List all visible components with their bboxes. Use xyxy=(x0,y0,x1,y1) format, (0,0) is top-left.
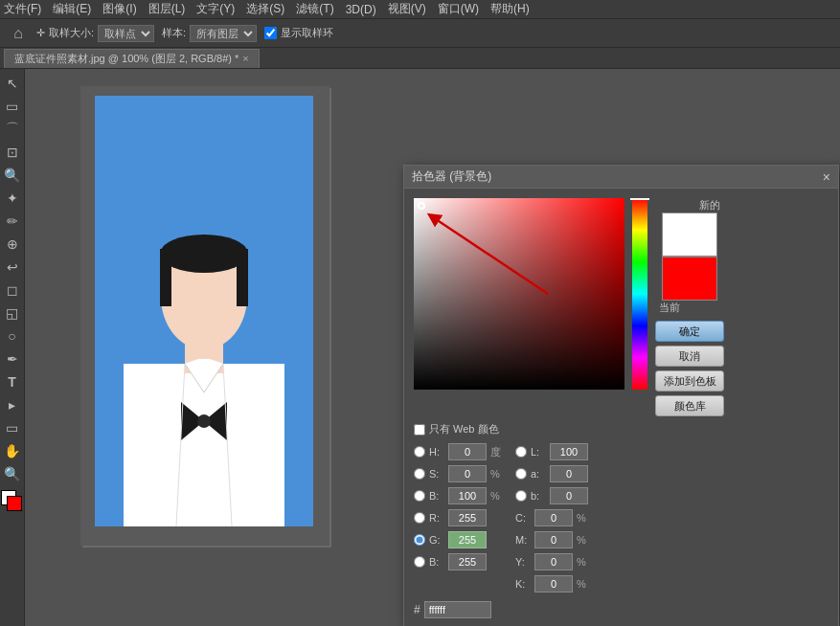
color-library-button[interactable]: 颜色库 xyxy=(655,395,724,416)
menu-image[interactable]: 图像(I) xyxy=(102,1,136,17)
sample-size-select[interactable]: 取样点 xyxy=(98,25,154,42)
b-input[interactable] xyxy=(448,487,487,504)
a-radio[interactable] xyxy=(515,468,527,480)
b2-input[interactable] xyxy=(448,553,487,570)
M-label: M: xyxy=(515,534,531,546)
b-radio[interactable] xyxy=(414,490,425,502)
show-ring-label: 显示取样环 xyxy=(281,26,333,40)
L-row: L: xyxy=(515,442,592,461)
gradient-tool[interactable]: ◱ xyxy=(2,302,23,324)
K-unit: % xyxy=(577,578,592,590)
dialog-titlebar: 拾色器 (背景色) × xyxy=(404,166,838,189)
dodge-tool[interactable]: ○ xyxy=(2,325,23,347)
menu-file[interactable]: 文件(F) xyxy=(4,1,41,17)
menu-layer[interactable]: 图层(L) xyxy=(148,1,186,17)
hue-row: H: 度 xyxy=(414,442,506,461)
show-ring-checkbox[interactable] xyxy=(264,27,277,39)
color-gradient-field[interactable] xyxy=(414,198,624,390)
history-brush-tool[interactable]: ↩ xyxy=(2,257,23,278)
toolbar-home-icon[interactable]: ⌂ xyxy=(8,23,29,44)
pen-tool[interactable]: ✒ xyxy=(2,348,23,369)
blue-row: B: xyxy=(414,552,506,571)
eraser-tool[interactable]: ◻ xyxy=(2,279,23,301)
add-to-swatches-button[interactable]: 添加到色板 xyxy=(655,370,724,391)
C-row: C: % xyxy=(515,508,592,527)
web-colors-checkbox[interactable] xyxy=(414,424,425,436)
r-label: R: xyxy=(429,512,444,524)
lab-b-input[interactable] xyxy=(550,487,588,504)
main-area: ↖ ▭ ⌒ ⊡ 🔍 ✦ ✏ ⊕ ↩ ◻ ◱ ○ ✒ T ▸ ▭ ✋ 🔍 xyxy=(0,69,840,626)
menu-window[interactable]: 窗口(W) xyxy=(438,1,479,17)
L-radio[interactable] xyxy=(515,446,527,458)
b2-radio[interactable] xyxy=(414,556,425,568)
g-input[interactable] xyxy=(448,531,487,548)
menu-edit[interactable]: 编辑(E) xyxy=(53,1,91,17)
menu-3d[interactable]: 3D(D) xyxy=(346,3,376,16)
path-select-tool[interactable]: ▸ xyxy=(2,394,23,415)
menu-filter[interactable]: 滤镜(T) xyxy=(296,1,333,17)
hue-radio[interactable] xyxy=(414,446,425,458)
brush-tool[interactable]: ✏ xyxy=(2,211,23,232)
zoom-tool[interactable]: 🔍 xyxy=(2,463,23,484)
canvas-bg xyxy=(80,86,329,546)
r-radio[interactable] xyxy=(414,512,425,524)
dialog-content: 新的 当前 确定 取消 添加到色板 颜色库 xyxy=(404,189,838,626)
sample-size-label: 取样大小: xyxy=(49,26,94,40)
lab-b-row: b: xyxy=(515,486,592,505)
s-radio[interactable] xyxy=(414,468,425,480)
toolbar-sample: 样本: 所有图层 xyxy=(162,25,257,42)
hsb-column: H: 度 S: % B: xyxy=(414,442,506,593)
menu-view[interactable]: 视图(V) xyxy=(388,1,426,17)
b-unit: % xyxy=(490,490,506,502)
tab-close-button[interactable]: × xyxy=(242,53,248,64)
svg-point-12 xyxy=(197,414,211,428)
L-input[interactable] xyxy=(550,443,588,460)
menu-select[interactable]: 选择(S) xyxy=(246,1,284,17)
menu-help[interactable]: 帮助(H) xyxy=(490,1,530,17)
color-values-section: H: 度 S: % B: xyxy=(404,442,838,601)
crop-tool[interactable]: ⊡ xyxy=(2,142,23,163)
shape-tool[interactable]: ▭ xyxy=(2,417,23,438)
s-input[interactable] xyxy=(448,465,487,482)
brightness-row: B: % xyxy=(414,486,506,505)
Y-input[interactable] xyxy=(534,553,573,570)
lab-b-radio[interactable] xyxy=(515,490,527,502)
g-radio[interactable] xyxy=(414,534,425,546)
hue-slider[interactable] xyxy=(632,198,647,390)
text-tool[interactable]: T xyxy=(2,371,23,392)
K-label: K: xyxy=(515,578,531,590)
preview-section: 新的 当前 xyxy=(655,198,724,315)
clone-tool[interactable]: ⊕ xyxy=(2,234,23,255)
red-row: R: xyxy=(414,508,506,527)
dialog-close-button[interactable]: × xyxy=(823,169,830,185)
confirm-button[interactable]: 确定 xyxy=(655,321,724,342)
eyedropper-tool[interactable]: 🔍 xyxy=(2,165,23,186)
document-tab[interactable]: 蓝底证件照素材.jpg @ 100% (图层 2, RGB/8#) * × xyxy=(4,49,260,68)
r-input[interactable] xyxy=(448,509,487,526)
cancel-button[interactable]: 取消 xyxy=(655,346,724,367)
C-input[interactable] xyxy=(534,509,573,526)
dialog-right: 新的 当前 确定 取消 添加到色板 颜色库 xyxy=(655,198,724,416)
sample-select[interactable]: 所有图层 xyxy=(190,25,257,42)
K-row: K: % xyxy=(515,574,592,593)
h-input[interactable] xyxy=(448,443,487,460)
background-color[interactable] xyxy=(7,496,22,511)
color-swatches[interactable] xyxy=(1,490,24,517)
menubar: 文件(F) 编辑(E) 图像(I) 图层(L) 文字(Y) 选择(S) 滤镜(T… xyxy=(0,0,840,19)
hex-row: # xyxy=(404,601,838,626)
tab-name: 蓝底证件照素材.jpg @ 100% (图层 2, RGB/8#) * xyxy=(14,52,238,66)
svg-rect-6 xyxy=(237,249,248,306)
lasso-tool[interactable]: ⌒ xyxy=(2,119,23,140)
M-row: M: % xyxy=(515,530,592,549)
toolbox: ↖ ▭ ⌒ ⊡ 🔍 ✦ ✏ ⊕ ↩ ◻ ◱ ○ ✒ T ▸ ▭ ✋ 🔍 xyxy=(0,69,25,626)
a-input[interactable] xyxy=(550,465,588,482)
hand-tool[interactable]: ✋ xyxy=(2,440,23,461)
hex-input[interactable] xyxy=(424,601,491,618)
selection-tool[interactable]: ▭ xyxy=(2,96,23,117)
s-unit: % xyxy=(490,468,506,480)
spot-healing-tool[interactable]: ✦ xyxy=(2,188,23,209)
M-input[interactable] xyxy=(534,531,573,548)
menu-text[interactable]: 文字(Y) xyxy=(196,1,235,17)
move-tool[interactable]: ↖ xyxy=(2,73,23,94)
K-input[interactable] xyxy=(534,575,573,592)
